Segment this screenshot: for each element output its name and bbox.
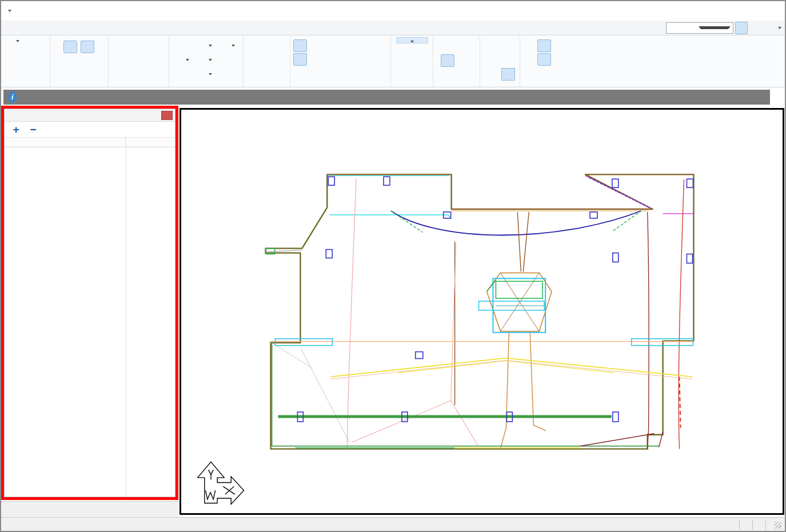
ucs-3point-icon[interactable] — [458, 68, 472, 81]
collapse-ribbon-icon[interactable] — [609, 22, 621, 34]
draw-arc-icon[interactable] — [195, 68, 209, 81]
level-up-icon[interactable] — [637, 22, 650, 34]
select-by-type-button[interactable] — [115, 37, 147, 39]
select-layers-icon[interactable] — [149, 54, 162, 67]
view-back-iso-icon[interactable] — [325, 53, 339, 66]
maximize-button[interactable] — [732, 1, 759, 21]
viewport-button[interactable] — [396, 37, 428, 43]
orbit-camera-icon[interactable] — [374, 40, 388, 53]
scale-y-button[interactable] — [501, 54, 515, 67]
scale-horizontal-icon[interactable] — [485, 68, 498, 81]
draw-dimension-icon[interactable] — [218, 54, 232, 66]
ucs-rotate-icon[interactable] — [458, 41, 472, 53]
view-bottom-icon[interactable] — [357, 67, 371, 79]
locate-pin-icon[interactable] — [274, 40, 288, 53]
snap-intersection-icon[interactable] — [537, 39, 551, 52]
region-select-icon[interactable] — [81, 68, 94, 81]
snap-nearest-icon[interactable] — [537, 67, 551, 79]
chevron-down-icon[interactable] — [209, 59, 212, 61]
snap-endpoint-icon[interactable] — [522, 39, 536, 52]
view-left-iso-icon[interactable] — [341, 53, 355, 66]
wcs-ucs-dialog-launcher-icon[interactable] — [472, 79, 478, 86]
snap-point-icon[interactable] — [553, 67, 566, 79]
zoom-out-icon[interactable] — [357, 39, 371, 52]
line-select-icon[interactable] — [81, 41, 94, 53]
add-select-icon[interactable] — [81, 54, 94, 67]
wcs-world-icon[interactable] — [441, 54, 454, 67]
scale-vertical-icon[interactable] — [485, 41, 498, 53]
snap-center-icon[interactable] — [522, 67, 536, 79]
view-right-iso-icon[interactable] — [357, 53, 371, 66]
draw-line-icon[interactable] — [172, 54, 186, 66]
display-dialog-launcher-icon[interactable] — [42, 79, 49, 86]
draw-text-icon[interactable] — [218, 39, 232, 52]
draw-polyline-icon[interactable] — [172, 68, 186, 81]
ucs-angle-icon[interactable] — [458, 54, 472, 67]
draw-circle-icon[interactable] — [195, 54, 209, 66]
chevron-down-icon[interactable] — [232, 45, 235, 47]
elevation-marker-icon[interactable] — [274, 54, 288, 67]
draw-point-icon[interactable] — [172, 39, 186, 52]
zoom-in-icon[interactable] — [341, 39, 355, 52]
level-dropdown[interactable] — [666, 22, 733, 34]
help-dropdown-icon[interactable] — [778, 27, 781, 29]
view-top-iso-icon[interactable] — [293, 53, 307, 66]
selection-mode-dialog-launcher-icon[interactable] — [100, 79, 107, 86]
apply-visibility-icon[interactable] — [62, 124, 73, 135]
resize-grip[interactable] — [775, 522, 781, 529]
viewport-dialog-launcher-icon[interactable] — [425, 79, 432, 86]
select-window-icon[interactable] — [149, 40, 162, 53]
chevron-down-icon[interactable] — [209, 45, 212, 47]
zoom-previous-icon[interactable] — [309, 39, 323, 52]
drawing-viewport[interactable] — [179, 108, 784, 515]
pin-icon[interactable] — [149, 111, 159, 120]
chevron-down-icon[interactable] — [186, 59, 189, 61]
snap-tools-dialog-launcher-icon[interactable] — [576, 79, 583, 86]
window-select-icon[interactable] — [63, 41, 77, 53]
snap-settings-icon[interactable] — [568, 39, 582, 52]
zoom-window-icon[interactable] — [293, 39, 307, 52]
minimize-button[interactable] — [706, 1, 732, 21]
snap-grid-plus-icon[interactable] — [553, 39, 566, 52]
snap-midpoint-icon[interactable] — [522, 53, 536, 66]
display-ruler-icon[interactable] — [34, 54, 48, 67]
view-sw-iso-icon[interactable] — [293, 67, 307, 79]
scale-x-button[interactable] — [501, 41, 515, 53]
pan-hand-icon[interactable] — [374, 54, 388, 67]
level-down-icon[interactable] — [652, 22, 664, 34]
tools-dialog-launcher-icon[interactable] — [282, 79, 289, 86]
zoom-camera-dialog-launcher-icon[interactable] — [382, 79, 389, 86]
view-se-iso-icon[interactable] — [309, 67, 323, 79]
view-front-iso-icon[interactable] — [309, 53, 323, 66]
add-item-button[interactable]: + — [10, 124, 22, 135]
polygon-select-icon[interactable] — [63, 68, 77, 81]
scaling-dialog-launcher-icon[interactable] — [512, 79, 518, 86]
snap-grid-icon[interactable] — [568, 53, 582, 66]
snap-perpendicular-icon[interactable] — [537, 53, 551, 66]
panel-close-icon[interactable] — [161, 111, 173, 120]
chevron-down-icon[interactable] — [209, 73, 212, 75]
settings-button[interactable] — [3, 37, 33, 42]
zoom-extents-icon[interactable] — [325, 39, 339, 52]
snap-3d-icon[interactable] — [553, 53, 566, 66]
story-grid-icon[interactable] — [623, 22, 636, 34]
measure-button[interactable] — [245, 37, 273, 39]
ucs-move-icon[interactable] — [441, 68, 454, 81]
draw-dialog-launcher-icon[interactable] — [235, 79, 242, 86]
ucs-axis-icon[interactable] — [441, 41, 454, 53]
refresh-icon[interactable] — [45, 124, 56, 135]
lasso-select-icon[interactable] — [63, 54, 77, 67]
model-3d-icon[interactable] — [749, 22, 762, 34]
help-icon[interactable] — [764, 22, 776, 34]
layers-icon[interactable] — [34, 40, 48, 53]
scale-apply-icon[interactable] — [485, 54, 498, 67]
view-ne-iso-icon[interactable] — [325, 67, 339, 79]
floor-plan-drawing[interactable] — [181, 110, 783, 513]
draw-polygon-icon[interactable] — [195, 39, 209, 52]
remove-item-button[interactable]: − — [27, 124, 39, 135]
selection-tools-dialog-launcher-icon[interactable] — [161, 79, 167, 86]
plan-view-icon[interactable] — [735, 22, 748, 34]
qat-dropdown-icon[interactable] — [8, 10, 11, 12]
close-button[interactable] — [759, 1, 785, 21]
view-plan-icon[interactable] — [341, 67, 355, 79]
